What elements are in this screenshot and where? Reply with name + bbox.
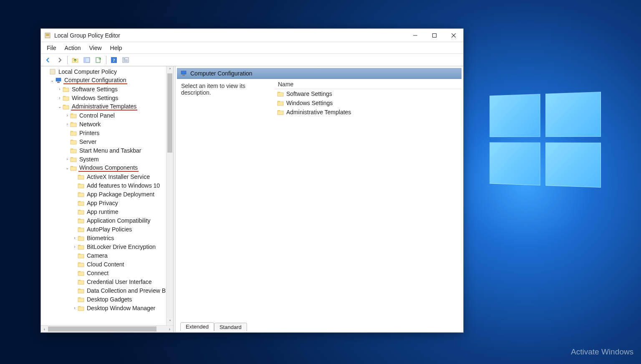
chevron-right-icon[interactable]: › bbox=[72, 236, 78, 240]
view-tabs: Extended Standard bbox=[177, 321, 462, 331]
up-level-button[interactable] bbox=[70, 55, 81, 65]
tree-server[interactable]: Server bbox=[43, 137, 173, 146]
tree-control-panel[interactable]: › Control Panel bbox=[43, 111, 173, 120]
folder-icon bbox=[78, 200, 84, 206]
tab-extended[interactable]: Extended bbox=[180, 322, 214, 331]
tree-item[interactable]: Desktop Gadgets bbox=[43, 295, 173, 304]
tree-start-menu[interactable]: Start Menu and Taskbar bbox=[43, 146, 173, 155]
scroll-thumb[interactable] bbox=[48, 326, 156, 331]
tree-item[interactable]: ›Desktop Window Manager bbox=[43, 304, 173, 312]
filter-button[interactable] bbox=[120, 55, 131, 65]
folder-icon bbox=[63, 95, 69, 101]
tree-item[interactable]: ›Biometrics bbox=[43, 233, 173, 242]
tree-windows-settings[interactable]: › Windows Settings bbox=[43, 93, 173, 102]
svg-rect-7 bbox=[84, 58, 86, 63]
details-header: Computer Configuration bbox=[177, 68, 462, 79]
chevron-down-icon[interactable]: ⌄ bbox=[64, 166, 70, 170]
tree-item-label: ActiveX Installer Service bbox=[86, 173, 151, 180]
svg-rect-23 bbox=[63, 105, 69, 109]
policy-icon bbox=[49, 68, 56, 75]
svg-rect-61 bbox=[78, 272, 84, 276]
minimize-button[interactable] bbox=[406, 29, 425, 42]
menu-view[interactable]: View bbox=[85, 43, 106, 53]
tree-item[interactable]: Add features to Windows 10 bbox=[43, 181, 173, 190]
chevron-right-icon[interactable]: › bbox=[72, 306, 78, 310]
close-button[interactable] bbox=[444, 29, 463, 42]
tree-windows-components[interactable]: ⌄ Windows Components bbox=[43, 163, 173, 172]
scroll-up-icon[interactable]: ˄ bbox=[167, 66, 173, 73]
folder-icon bbox=[78, 217, 84, 224]
tree-item-label: Desktop Window Manager bbox=[86, 305, 156, 311]
menu-help[interactable]: Help bbox=[106, 43, 126, 53]
tree-item[interactable]: App runtime bbox=[43, 207, 173, 216]
tree-item[interactable]: App Package Deployment bbox=[43, 190, 173, 198]
scroll-right-icon[interactable]: › bbox=[166, 326, 173, 333]
items-list[interactable]: Name Software SettingsWindows SettingsAd… bbox=[275, 79, 462, 321]
folder-icon bbox=[70, 121, 77, 128]
nav-forward-button[interactable] bbox=[54, 55, 65, 65]
tree-item[interactable]: Data Collection and Preview B bbox=[43, 286, 173, 295]
tree-item[interactable]: Cloud Content bbox=[43, 260, 173, 269]
column-header-name[interactable]: Name bbox=[275, 79, 462, 89]
tree-item[interactable]: Camera bbox=[43, 251, 173, 260]
chevron-right-icon[interactable]: › bbox=[64, 122, 70, 126]
menu-file[interactable]: File bbox=[43, 43, 61, 53]
folder-icon bbox=[78, 235, 84, 241]
list-item[interactable]: Administrative Templates bbox=[275, 108, 462, 117]
scroll-left-icon[interactable]: ‹ bbox=[41, 326, 48, 333]
folder-icon bbox=[277, 100, 284, 106]
export-list-button[interactable] bbox=[93, 55, 104, 65]
details-title: Computer Configuration bbox=[190, 70, 252, 77]
menu-action[interactable]: Action bbox=[61, 43, 85, 53]
tree-item[interactable]: Credential User Interface bbox=[43, 277, 173, 286]
show-hide-tree-button[interactable] bbox=[81, 55, 92, 65]
tree-computer-configuration[interactable]: ⌄ Computer Configuration bbox=[43, 76, 173, 85]
svg-rect-43 bbox=[78, 193, 84, 197]
tree-item[interactable]: Application Compatibility bbox=[43, 216, 173, 225]
tree-item[interactable]: App Privacy bbox=[43, 198, 173, 207]
list-item[interactable]: Windows Settings bbox=[275, 98, 462, 108]
chevron-right-icon[interactable]: › bbox=[64, 157, 70, 161]
svg-rect-73 bbox=[278, 93, 283, 96]
tree-network[interactable]: › Network bbox=[43, 120, 173, 128]
tree-item[interactable]: ActiveX Installer Service bbox=[43, 172, 173, 181]
tree-root[interactable]: Local Computer Policy bbox=[43, 67, 173, 76]
svg-rect-21 bbox=[63, 97, 69, 100]
chevron-down-icon[interactable]: ⌄ bbox=[49, 78, 55, 83]
svg-rect-67 bbox=[78, 298, 84, 302]
tree-item-label: App Package Deployment bbox=[86, 191, 155, 198]
policy-tree[interactable]: Local Computer Policy ⌄ Computer Configu… bbox=[41, 66, 173, 325]
svg-rect-8 bbox=[96, 58, 100, 63]
help-button[interactable]: ? bbox=[109, 55, 119, 65]
maximize-button[interactable] bbox=[425, 29, 444, 42]
tree-vscrollbar[interactable]: ˄ ˅ bbox=[166, 66, 173, 325]
list-item[interactable]: Software Settings bbox=[275, 89, 462, 98]
tree-item-label: Camera bbox=[86, 252, 109, 259]
nav-back-button[interactable] bbox=[43, 55, 53, 65]
tree-item[interactable]: Connect bbox=[43, 269, 173, 277]
tab-standard[interactable]: Standard bbox=[214, 323, 247, 331]
menubar: File Action View Help bbox=[41, 42, 463, 54]
svg-rect-12 bbox=[124, 58, 125, 59]
scroll-down-icon[interactable]: ˅ bbox=[167, 318, 173, 325]
folder-icon bbox=[78, 226, 84, 233]
chevron-right-icon[interactable]: › bbox=[57, 87, 63, 91]
chevron-right-icon[interactable]: › bbox=[57, 95, 63, 100]
svg-rect-1 bbox=[46, 34, 49, 35]
tree-item[interactable]: AutoPlay Policies bbox=[43, 225, 173, 233]
chevron-down-icon[interactable]: ⌄ bbox=[57, 104, 63, 109]
svg-rect-59 bbox=[78, 263, 84, 267]
tree-admin-templates[interactable]: ⌄ Administrative Templates bbox=[43, 102, 173, 111]
svg-rect-49 bbox=[78, 219, 84, 223]
tree-item[interactable]: ›BitLocker Drive Encryption bbox=[43, 242, 173, 251]
tree-software-settings[interactable]: › Software Settings bbox=[43, 85, 173, 93]
tree-system[interactable]: › System bbox=[43, 155, 173, 163]
scroll-thumb[interactable] bbox=[167, 73, 172, 153]
tree-printers[interactable]: Printers bbox=[43, 128, 173, 137]
tree-hscrollbar[interactable]: ‹ › bbox=[41, 325, 173, 332]
chevron-right-icon[interactable]: › bbox=[72, 244, 78, 249]
folder-icon bbox=[70, 138, 77, 145]
folder-icon bbox=[78, 270, 84, 276]
chevron-right-icon[interactable]: › bbox=[64, 113, 70, 118]
titlebar[interactable]: Local Group Policy Editor bbox=[41, 29, 463, 42]
